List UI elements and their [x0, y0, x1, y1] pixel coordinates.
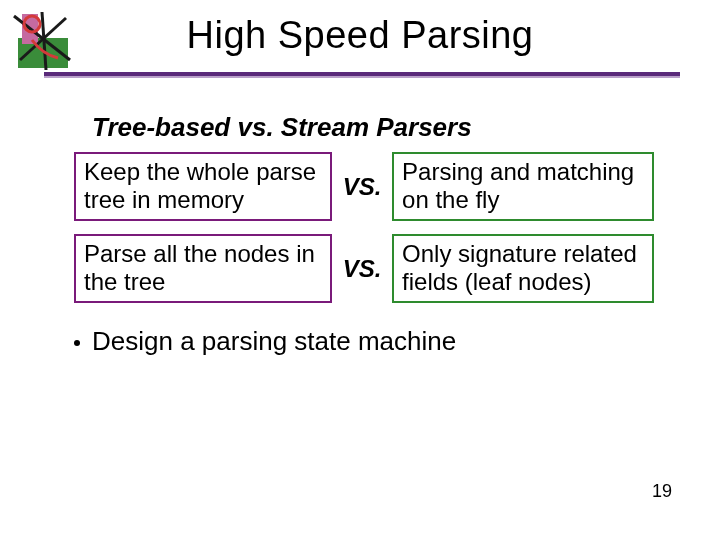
subheading: Tree-based vs. Stream Parsers [92, 112, 472, 143]
comparison-row-2: Parse all the nodes in the tree VS. Only… [74, 234, 654, 303]
stream-box: Parsing and matching on the fly [392, 152, 654, 221]
comparison-row-1: Keep the whole parse tree in memory VS. … [74, 152, 654, 221]
title-rule [44, 72, 680, 76]
slide: High Speed Parsing Tree-based vs. Stream… [0, 0, 720, 540]
page-number: 19 [652, 481, 672, 502]
bullet-item: Design a parsing state machine [74, 326, 456, 357]
tree-based-box: Parse all the nodes in the tree [74, 234, 332, 303]
vs-label: VS. [340, 173, 384, 201]
stream-box: Only signature related fields (leaf node… [392, 234, 654, 303]
vs-label: VS. [340, 255, 384, 283]
slide-title: High Speed Parsing [0, 14, 720, 57]
tree-based-box: Keep the whole parse tree in memory [74, 152, 332, 221]
bullet-dot-icon [74, 340, 80, 346]
bullet-text: Design a parsing state machine [92, 326, 456, 357]
